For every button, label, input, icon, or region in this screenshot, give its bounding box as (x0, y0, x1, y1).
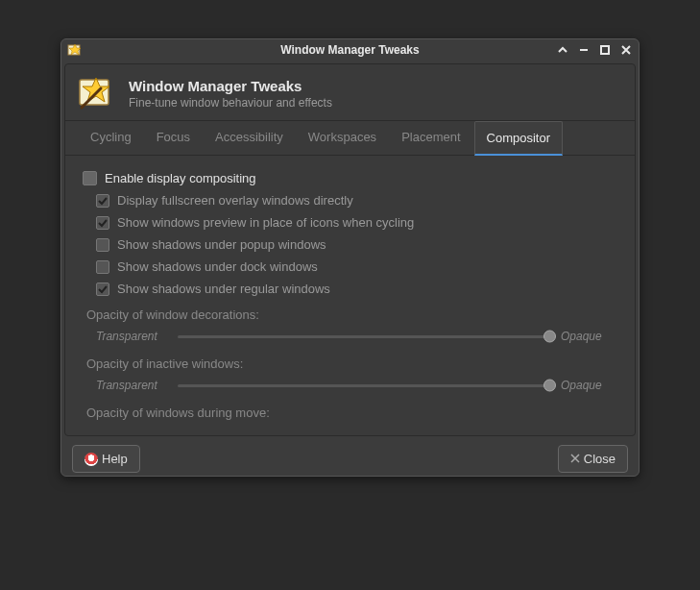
option-row: Show shadows under regular windows (83, 278, 617, 300)
preview-cycling-checkbox[interactable] (96, 216, 109, 230)
enable-compositing-label: Enable display compositing (105, 171, 256, 185)
svg-rect-2 (601, 46, 609, 54)
slider-thumb[interactable] (543, 380, 556, 392)
option-row: Show shadows under dock windows (83, 256, 617, 278)
option-row: Display fullscreen overlay windows direc… (83, 189, 617, 211)
option-label: Show windows preview in place of icons w… (117, 215, 414, 230)
enable-compositing-checkbox[interactable] (83, 171, 97, 185)
help-button[interactable]: Help (72, 445, 140, 473)
minimize-button[interactable] (577, 43, 591, 57)
slider-thumb[interactable] (543, 331, 556, 343)
tab-workspaces[interactable]: Workspaces (297, 121, 388, 155)
page-subtitle: Fine-tune window behaviour and effects (129, 96, 332, 110)
slider-label-decorations: Opacity of window decorations: (83, 300, 617, 324)
opacity-decorations-slider[interactable] (178, 335, 551, 338)
dialog-footer: Help Close (64, 439, 636, 473)
app-icon (67, 42, 83, 58)
option-label: Show shadows under regular windows (117, 282, 330, 296)
settings-window: Window Manager Tweaks (60, 38, 640, 477)
option-row: Show windows preview in place of icons w… (83, 211, 617, 234)
tab-content: Enable display compositing Display fulls… (65, 156, 635, 426)
dialog-header: Window Manager Tweaks Fine-tune window b… (65, 64, 635, 120)
slider-label-inactive: Opacity of inactive windows: (83, 349, 617, 373)
option-label: Show shadows under dock windows (117, 259, 318, 274)
slider-max-label: Opaque (561, 379, 614, 392)
opacity-inactive-slider[interactable] (178, 384, 551, 387)
slider-min-label: Transparent (96, 330, 168, 343)
close-icon (570, 452, 580, 466)
slider-label-move: Opacity of windows during move: (83, 398, 617, 422)
fullscreen-overlay-checkbox[interactable] (96, 194, 109, 208)
slider-max-label: Opaque (561, 330, 614, 343)
tab-compositor[interactable]: Compositor (474, 121, 563, 156)
header-app-icon (77, 74, 115, 112)
tab-placement[interactable]: Placement (390, 121, 471, 155)
close-button-label: Close (584, 452, 616, 466)
option-row: Enable display compositing (83, 167, 617, 189)
window-body: Window Manager Tweaks Fine-tune window b… (64, 63, 636, 436)
option-row: Show shadows under popup windows (83, 234, 617, 256)
option-label: Display fullscreen overlay windows direc… (117, 193, 353, 208)
slider-row: Transparent Opaque (83, 324, 617, 349)
close-dialog-button[interactable]: Close (558, 445, 628, 473)
svg-rect-1 (580, 49, 588, 51)
help-icon (84, 453, 98, 466)
shadow-regular-checkbox[interactable] (96, 283, 109, 296)
window-title: Window Manager Tweaks (280, 43, 419, 57)
slider-row: Transparent Opaque (83, 373, 617, 398)
page-title: Window Manager Tweaks (129, 78, 332, 94)
titlebar[interactable]: Window Manager Tweaks (61, 39, 639, 61)
shadow-dock-checkbox[interactable] (96, 260, 109, 274)
maximize-button[interactable] (598, 43, 612, 57)
tab-bar: Cycling Focus Accessibility Workspaces P… (65, 120, 635, 156)
tab-accessibility[interactable]: Accessibility (204, 121, 295, 155)
tab-focus[interactable]: Focus (145, 121, 202, 155)
tab-cycling[interactable]: Cycling (79, 121, 143, 155)
help-button-label: Help (102, 452, 128, 466)
option-label: Show shadows under popup windows (117, 237, 326, 252)
slider-min-label: Transparent (96, 379, 168, 392)
shadow-popup-checkbox[interactable] (96, 238, 109, 252)
close-button[interactable] (619, 43, 633, 57)
rollup-button[interactable] (556, 43, 569, 57)
